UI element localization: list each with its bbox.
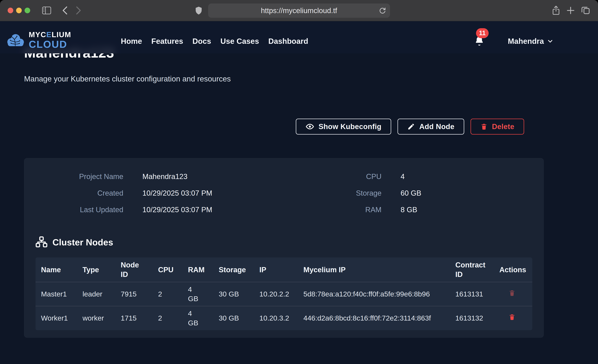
col-ip: IP [254,257,298,282]
trash-icon [508,290,515,297]
browser-toolbar: https://myceliumcloud.tf [0,0,598,21]
minimize-window-button[interactable] [16,8,22,13]
back-button-icon[interactable] [62,6,68,15]
cluster-card: Project Name Mahendra123 Created 10/29/2… [24,158,544,338]
col-contract-id: Contract ID [450,257,494,282]
add-node-button[interactable]: Add Node [398,119,464,134]
info-row-storage: Storage 60 GB [284,185,532,201]
info-row-last-updated: Last Updated 10/29/2025 03:07 PM [35,201,284,218]
user-menu[interactable]: Mahendra [508,37,553,46]
browser-window: https://myceliumcloud.tf [0,0,598,364]
brand-e-glyph: E [46,30,52,39]
cluster-nodes-icon [35,236,48,248]
brand-wordmark: MYCELIUM CLOUD [29,31,71,50]
share-icon[interactable] [552,5,560,16]
col-cpu: CPU [152,257,183,282]
site-navbar: MYCELIUM CLOUD Home Features Docs Use Ca… [0,21,598,53]
brand-logo[interactable]: MYCELIUM CLOUD [6,31,71,50]
reload-icon[interactable] [378,7,386,14]
new-tab-plus-icon[interactable] [566,6,575,15]
col-node-id: Node ID [115,257,152,282]
url-text: https://myceliumcloud.tf [261,7,337,15]
trash-icon [480,123,488,130]
sidebar-toggle-icon[interactable] [42,6,51,15]
close-window-button[interactable] [8,8,13,13]
cluster-nodes-heading: Cluster Nodes [35,236,532,248]
address-bar[interactable]: https://myceliumcloud.tf [208,3,390,18]
chevron-down-icon [547,38,553,44]
page-subtitle: Manage your Kubernetes cluster configura… [24,74,544,83]
delete-node-button[interactable] [508,314,515,321]
delete-cluster-button[interactable]: Delete [471,119,524,134]
nav-link-use-cases[interactable]: Use Cases [220,37,259,46]
col-type: Type [77,257,115,282]
delete-node-button[interactable] [508,290,515,297]
nav-links: Home Features Docs Use Cases Dashboard [121,21,308,53]
mycelium-cloud-logo-icon [6,33,25,48]
col-actions: Actions [494,257,532,282]
nav-link-dashboard[interactable]: Dashboard [268,37,308,46]
col-ram: RAM [183,257,213,282]
col-mycelium-ip: Mycelium IP [298,257,450,282]
info-row-cpu: CPU 4 [284,168,532,185]
info-row-ram: RAM 8 GB [284,201,532,218]
page-viewport: Mahendra123 Manage your Kubernetes clust… [0,21,598,364]
col-name: Name [35,257,77,282]
nav-link-features[interactable]: Features [151,37,183,46]
table-row: Master1 leader 7915 2 4 GB 30 GB 10.20.2… [35,282,532,306]
cluster-actions: Show Kubeconfig Add Node Delete [24,119,524,134]
info-row-project-name: Project Name Mahendra123 [35,168,284,185]
col-storage: Storage [213,257,254,282]
nav-link-home[interactable]: Home [121,37,142,46]
notification-count-badge: 11 [476,28,489,38]
nav-link-docs[interactable]: Docs [192,37,211,46]
table-header-row: Name Type Node ID CPU RAM Storage IP Myc… [35,257,532,282]
privacy-shield-icon[interactable] [195,6,202,15]
notifications-bell-icon[interactable]: 11 [474,36,485,46]
nodes-table: Name Type Node ID CPU RAM Storage IP Myc… [35,257,532,330]
toolbar-right-actions [552,5,590,16]
cluster-info: Project Name Mahendra123 Created 10/29/2… [35,168,532,218]
trash-icon [508,314,515,321]
info-row-created: Created 10/29/2025 03:07 PM [35,185,284,201]
forward-button-icon[interactable] [76,6,82,15]
eye-icon [306,122,314,131]
main-content: Mahendra123 Manage your Kubernetes clust… [0,21,598,364]
window-controls [8,8,30,13]
pencil-icon [407,123,415,130]
tab-overview-icon[interactable] [581,6,590,15]
user-name: Mahendra [508,37,544,46]
show-kubeconfig-button[interactable]: Show Kubeconfig [296,119,391,134]
zoom-window-button[interactable] [25,8,30,13]
nav-right: 11 Mahendra [474,21,553,53]
table-row: Worker1 worker 1715 2 4 GB 30 GB 10.20.3… [35,306,532,330]
